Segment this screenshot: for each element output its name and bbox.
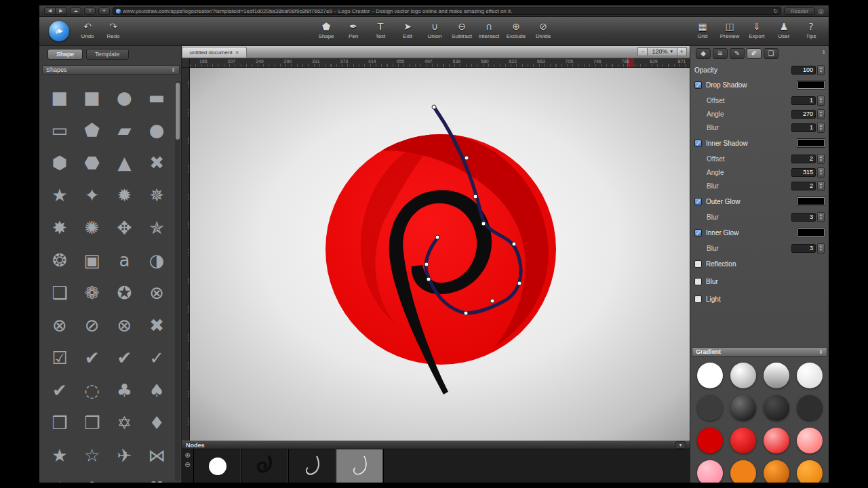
shape-spade[interactable]: ♠: [140, 374, 173, 407]
param-value[interactable]: 315: [791, 168, 816, 177]
opacity-stepper[interactable]: ▴▾: [817, 65, 825, 75]
shape-triangle[interactable]: ▲: [108, 146, 141, 179]
share-icon[interactable]: ⇧: [84, 7, 96, 15]
checkbox-blur[interactable]: [694, 278, 702, 285]
thumb-current[interactable]: [336, 449, 384, 483]
shape-circle-cross[interactable]: ⊗: [140, 277, 173, 309]
gradient-swatch-orange-solid[interactable]: [726, 457, 760, 483]
stepper-down-icon[interactable]: ▾: [820, 70, 822, 73]
pen-tool[interactable]: ✒Pen: [340, 20, 367, 39]
param-value[interactable]: 1: [791, 96, 816, 105]
shape-cube[interactable]: ❒: [43, 407, 76, 439]
shape-bowtie[interactable]: ⋈: [140, 439, 173, 472]
color-swatch[interactable]: [797, 81, 825, 89]
param-stepper[interactable]: ▴▾: [817, 181, 825, 191]
shape-box-3d[interactable]: ❐: [76, 407, 108, 439]
checkbox-inner-glow[interactable]: ✓: [694, 229, 702, 237]
curves-tab[interactable]: ≋: [713, 48, 728, 59]
shape-sparkle[interactable]: ✦: [76, 179, 108, 211]
redo-button[interactable]: ↷ Redo: [100, 20, 126, 39]
reader-button[interactable]: Reader: [784, 7, 815, 15]
checkbox-drop-shadow[interactable]: ✓: [694, 81, 702, 89]
opacity-value[interactable]: 100: [791, 66, 816, 75]
stepper-down-icon[interactable]: ▾: [820, 248, 822, 251]
youidraw-logo[interactable]: ❧: [49, 21, 69, 41]
shape-circle[interactable]: ●: [108, 81, 141, 114]
shape-diamond[interactable]: ♦: [140, 407, 173, 439]
back-button[interactable]: ◀: [44, 7, 56, 15]
zoom-in-button[interactable]: +: [677, 47, 687, 56]
document-tab[interactable]: untitled document ✕: [182, 47, 247, 58]
close-tab-icon[interactable]: ✕: [235, 50, 239, 56]
logo-red-circle[interactable]: [326, 134, 556, 365]
color-swatch[interactable]: [797, 139, 825, 147]
gradient-swatch-white-solid[interactable]: [693, 359, 726, 392]
cloud-icon[interactable]: ☁: [70, 7, 81, 15]
gradient-swatch-dark-gray-solid[interactable]: [693, 392, 726, 424]
shape-hexagon[interactable]: ⬢: [43, 146, 76, 179]
param-stepper[interactable]: ▴▾: [817, 109, 825, 119]
scroll-arrows-icon[interactable]: ⇕: [171, 67, 176, 73]
shape-star-of-david[interactable]: ✡: [108, 407, 141, 439]
thumb-circle[interactable]: [194, 449, 241, 483]
shape-arrow[interactable]: ➤: [108, 472, 141, 483]
shape-club[interactable]: ♣: [108, 374, 141, 407]
shape-flower[interactable]: ✿: [76, 472, 108, 483]
stepper-down-icon[interactable]: ▾: [820, 159, 822, 162]
canvas[interactable]: [190, 68, 690, 441]
param-value[interactable]: 270: [791, 110, 816, 119]
export-tool[interactable]: ⇓Export: [743, 20, 770, 39]
subtract-tool[interactable]: ⊖Subtract: [448, 20, 475, 39]
document-tab[interactable]: ❏: [764, 48, 778, 59]
zoom-level-dropdown[interactable]: 120% ▾: [648, 47, 677, 56]
shape-star-outline[interactable]: ☆: [76, 439, 108, 472]
reload-icon[interactable]: ↻: [773, 8, 778, 14]
gradient-header[interactable]: Gradient ⇕: [692, 347, 827, 357]
divide-tool[interactable]: ⊘Divide: [530, 20, 557, 39]
nodes-collapse-icon[interactable]: ▾: [675, 441, 686, 449]
param-stepper[interactable]: ▴▾: [817, 154, 825, 164]
gradient-swatch-red-radial[interactable]: [726, 424, 760, 457]
shape-badge-star[interactable]: ✪: [108, 277, 141, 309]
shape-letter-a[interactable]: a: [108, 244, 141, 277]
param-value[interactable]: 3: [791, 213, 816, 222]
shape-star-4-point[interactable]: ✖: [140, 146, 173, 179]
shape-square[interactable]: ■: [76, 81, 108, 114]
shape-rounded-square[interactable]: ■: [43, 81, 76, 114]
stepper-down-icon[interactable]: ▾: [820, 100, 822, 104]
shape-cross-x[interactable]: ✖: [140, 309, 173, 342]
scrollbar-thumb[interactable]: [176, 83, 180, 140]
shape-check-bold[interactable]: ✔: [43, 374, 76, 407]
gradient-swatch-light-red-radial[interactable]: [793, 424, 826, 457]
stepper-down-icon[interactable]: ▾: [820, 217, 822, 220]
checkbox-light[interactable]: [694, 296, 702, 303]
checkbox-outer-glow[interactable]: ✓: [694, 198, 702, 205]
shape-burst-12[interactable]: ✵: [140, 179, 173, 211]
url-bar[interactable]: www.youidraw.com/apps/logocreator/?templ…: [113, 7, 781, 15]
gradient-swatch-white-glow[interactable]: [793, 359, 826, 392]
edit-tool[interactable]: ➤Edit: [394, 20, 421, 39]
shape-circle-x[interactable]: ⊗: [43, 309, 76, 342]
param-value[interactable]: 2: [791, 155, 816, 163]
stepper-down-icon[interactable]: ▾: [820, 114, 822, 117]
shape-star-filled[interactable]: ★: [43, 439, 76, 472]
shape-stamp[interactable]: ▣: [76, 244, 108, 277]
new-tab-button[interactable]: +: [98, 7, 110, 15]
shape-heart[interactable]: ♥: [140, 472, 173, 483]
intersect-tool[interactable]: ∩Intersect: [475, 20, 502, 39]
forward-button[interactable]: ▶: [56, 7, 67, 15]
param-stepper[interactable]: ▴▾: [817, 167, 825, 178]
shape-sun-burst[interactable]: ✺: [76, 211, 108, 244]
shape-select-check[interactable]: ☑: [43, 342, 76, 374]
gradient-swatch-red-glow[interactable]: [760, 424, 793, 457]
panel-scroll-icon[interactable]: ⇕: [821, 49, 826, 56]
shape-gear-flower[interactable]: ❁: [76, 277, 108, 309]
shape-circle-x-outline[interactable]: ⊘: [76, 309, 108, 342]
shape-burst-8[interactable]: ✹: [108, 179, 141, 211]
shape-pentagon[interactable]: ⬟: [76, 114, 108, 146]
sidebar-scrollbar[interactable]: [175, 81, 180, 481]
thumb-swirl[interactable]: [241, 449, 289, 483]
gradient-swatch-orange-dark-radial[interactable]: [760, 457, 793, 483]
sidebar-tab-template[interactable]: Template: [86, 49, 129, 60]
preview-tool[interactable]: ◫Preview: [716, 20, 743, 39]
